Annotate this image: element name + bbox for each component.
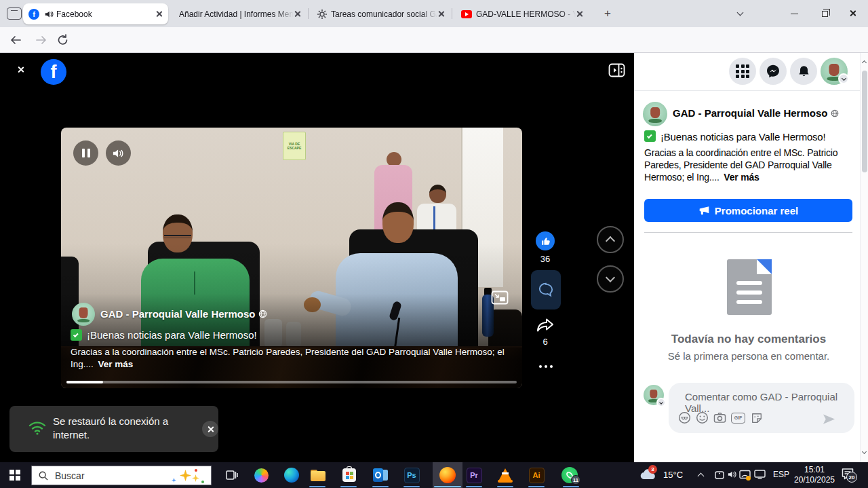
premiere-button[interactable]: Pr (466, 467, 482, 483)
avatar-sticker-icon[interactable] (678, 411, 691, 424)
tab-youtube[interactable]: GAD-VALLE HERMOSO - YouTu (456, 3, 589, 24)
pause-button[interactable] (73, 140, 98, 166)
collapse-sidebar-icon[interactable] (608, 63, 625, 77)
comment-composer[interactable]: Comentar como GAD - Parroquial Vall... G… (669, 383, 854, 433)
gif-icon[interactable]: GIF (731, 413, 745, 424)
page-avatar[interactable] (643, 102, 667, 126)
tab-tareas[interactable]: Tareas comunicador social GAD (312, 3, 450, 24)
back-button[interactable] (9, 35, 22, 45)
search-icon (39, 471, 48, 481)
toast-close-button[interactable] (202, 421, 218, 437)
speaker-figure-head (382, 202, 414, 243)
vlc-button[interactable] (497, 467, 513, 483)
clock[interactable]: 15:01 20/10/2025 (790, 465, 839, 485)
window-minimize-button[interactable] (781, 0, 808, 27)
tab-separator (452, 8, 452, 19)
reload-button[interactable] (57, 34, 68, 46)
date-label: 20/10/2025 (790, 475, 839, 485)
screen: f Facebook Añadir Actividad | Informes M… (0, 0, 868, 488)
network-icon[interactable] (754, 470, 766, 482)
facebook-logo[interactable]: f (41, 59, 66, 85)
megaphone-icon (698, 206, 710, 216)
camera-icon[interactable] (713, 411, 726, 424)
tab-close-icon[interactable] (576, 10, 583, 18)
picture-in-picture-icon[interactable] (491, 290, 509, 305)
tab-audio-icon[interactable] (44, 10, 54, 19)
store-icon (342, 468, 356, 482)
phone-link-icon[interactable] (714, 470, 725, 483)
page-avatar[interactable] (72, 303, 95, 326)
more-options-icon[interactable] (539, 365, 553, 368)
sticker-icon[interactable] (750, 411, 763, 424)
illustrator-button[interactable]: Ai (528, 467, 545, 483)
like-button[interactable] (536, 231, 555, 250)
weather-button[interactable]: 3 (639, 468, 658, 483)
windows-taskbar: Buscar (0, 462, 868, 488)
messenger-button[interactable] (760, 58, 787, 85)
scrollbar-thumb[interactable] (862, 71, 867, 172)
next-reel-button[interactable] (597, 265, 624, 293)
see-more-link[interactable]: Ver más (724, 172, 759, 183)
file-explorer-button[interactable] (310, 467, 326, 483)
firefox-view-icon[interactable] (7, 7, 22, 20)
browser-tab-bar: f Facebook Añadir Actividad | Informes M… (0, 0, 868, 27)
share-arrow-icon[interactable] (536, 317, 555, 334)
send-comment-icon[interactable] (822, 413, 836, 426)
overlay-page-name-row[interactable]: GAD - Parroquial Valle Hermoso (100, 308, 267, 320)
empty-comments-title: Todavía no hay comentarios (634, 333, 863, 346)
globe-icon (258, 309, 267, 318)
scroll-down-icon[interactable] (861, 449, 866, 454)
emoji-smiley-icon[interactable] (696, 411, 709, 424)
promote-reel-button[interactable]: Promocionar reel (644, 199, 852, 222)
apps-menu-button[interactable] (729, 58, 756, 85)
whatsapp-button[interactable]: 11 (561, 467, 578, 483)
check-emoji (644, 130, 656, 142)
previous-reel-button[interactable] (597, 226, 624, 253)
cast-screen-icon[interactable] (739, 470, 751, 483)
window-close-button[interactable] (840, 0, 867, 27)
reel-video[interactable]: VIA DE ESCAPE (61, 128, 522, 388)
check-emoji (71, 329, 82, 341)
post-headline: ¡Buenas noticias para Valle Hermoso! (660, 131, 825, 143)
page-name-row[interactable]: GAD - Parroquial Valle Hermoso (673, 107, 839, 119)
overlay-description: Gracias a la coordinación entre el MSc. … (71, 346, 515, 371)
microsoft-store-button[interactable] (341, 467, 357, 483)
tab-close-icon[interactable] (294, 10, 301, 18)
task-view-button[interactable] (224, 467, 240, 483)
task-view-icon (226, 470, 238, 481)
tray-volume-icon[interactable] (727, 470, 738, 482)
tab-close-icon[interactable] (437, 10, 445, 18)
notifications-button[interactable] (790, 58, 817, 85)
outlook-button[interactable] (372, 467, 389, 483)
start-button[interactable] (7, 467, 23, 483)
windows-logo-icon (9, 470, 20, 481)
see-more-link[interactable]: Ver más (98, 359, 134, 369)
copilot-button[interactable] (253, 467, 269, 483)
photoshop-button[interactable]: Ps (403, 467, 420, 483)
firefox-button[interactable] (439, 467, 456, 483)
new-tab-button[interactable]: + (601, 7, 614, 20)
notification-center-button[interactable]: 20 (841, 468, 859, 483)
overlay-headline: ¡Buenas noticias para Valle Hermoso! (87, 329, 257, 341)
composer-chevron-badge (656, 398, 666, 407)
forward-button[interactable] (35, 35, 47, 45)
tab-close-icon[interactable] (155, 10, 163, 18)
edge-button[interactable] (283, 467, 300, 483)
whatsapp-badge: 11 (571, 475, 580, 485)
page-name: GAD - Parroquial Valle Hermoso (673, 107, 827, 119)
scroll-up-icon[interactable] (861, 60, 866, 65)
tray-expand-icon[interactable] (698, 473, 705, 480)
window-restore-button[interactable] (811, 0, 838, 27)
temperature-label: 15°C (663, 470, 683, 480)
wifi-icon (28, 420, 46, 435)
youtube-favicon (461, 10, 472, 18)
sidebar-scrollbar[interactable] (860, 53, 868, 462)
volume-button[interactable] (106, 140, 131, 166)
comments-toggle-button[interactable] (531, 270, 561, 309)
list-tabs-chevron-icon[interactable] (737, 10, 744, 16)
tab-informes[interactable]: Añadir Actividad | Informes Mensua (174, 3, 307, 24)
progress-track[interactable] (66, 381, 517, 383)
taskbar-search-box[interactable]: Buscar (31, 466, 212, 485)
tab-facebook[interactable]: f Facebook (23, 3, 168, 24)
language-indicator[interactable]: ESP (773, 470, 789, 479)
